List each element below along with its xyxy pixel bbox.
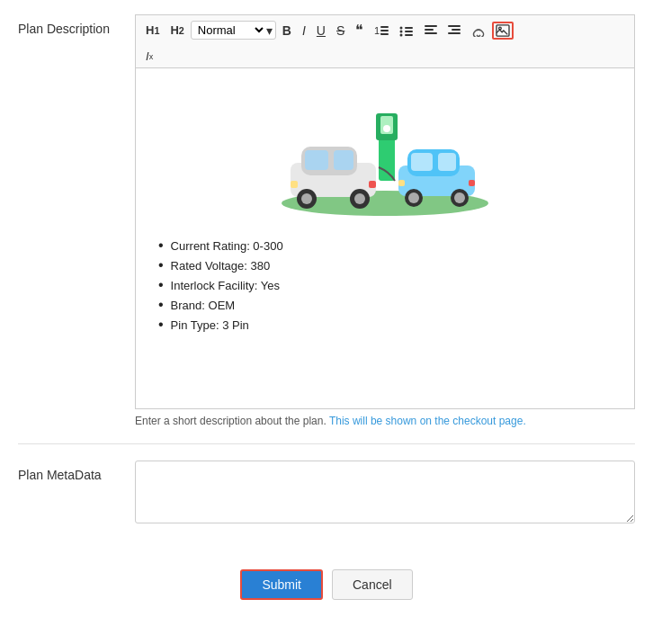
svg-point-6 [400,33,403,36]
editor-image-area [149,82,621,219]
svg-rect-10 [425,25,437,27]
svg-rect-1 [380,26,389,28]
blockquote-button[interactable]: ❝ [351,20,368,40]
unordered-list-button[interactable] [395,22,418,39]
align-left-button[interactable] [420,22,442,39]
svg-rect-9 [405,34,413,36]
h2-button[interactable]: H2 [165,22,188,39]
svg-rect-36 [438,153,456,171]
image-icon [496,24,510,37]
bullet-list: Current Rating: 0-300 Rated Voltage: 380… [149,237,621,333]
metadata-input[interactable] [135,461,635,523]
format-select[interactable]: Normal Heading 1 Heading 2 Heading 3 [194,22,266,38]
svg-point-40 [454,192,465,203]
buttons-row: Submit Cancel [18,560,635,600]
editor-toolbar-row1: H1 H2 Normal Heading 1 Heading 2 Heading… [135,14,635,45]
editor-toolbar-row2: Ix [135,45,635,67]
image-button[interactable] [492,22,514,40]
format-select-wrap[interactable]: Normal Heading 1 Heading 2 Heading 3 ▾ [191,21,276,40]
link-button[interactable] [467,22,490,39]
link-icon [471,24,486,37]
svg-rect-8 [405,31,413,32]
svg-rect-15 [448,32,461,34]
svg-point-4 [400,26,403,29]
bold-button[interactable]: B [278,22,296,40]
svg-rect-12 [425,32,437,34]
list-item: Pin Type: 3 Pin [158,317,621,333]
submit-button[interactable]: Submit [240,569,323,600]
plan-description-label: Plan Description [18,14,135,36]
ordered-list-icon: 1. [374,24,389,37]
plan-metadata-field [135,461,635,526]
align-left-icon [425,24,437,37]
svg-rect-42 [469,180,475,186]
plan-description-field: H1 H2 Normal Heading 1 Heading 2 Heading… [135,14,635,427]
svg-rect-3 [380,33,389,35]
ordered-list-button[interactable]: 1. [370,22,393,39]
italic-button[interactable]: I [298,22,310,40]
strikethrough-button[interactable]: S [332,22,349,40]
unordered-list-icon [399,24,414,37]
svg-point-22 [383,125,390,132]
svg-rect-31 [291,181,298,188]
editor-content[interactable]: Current Rating: 0-300 Rated Voltage: 380… [135,67,635,409]
plan-description-row: Plan Description H1 H2 Normal Heading 1 … [18,14,635,444]
svg-rect-26 [334,150,353,170]
h1-button[interactable]: H1 [141,22,164,39]
clear-format-sub: x [149,52,154,61]
plan-metadata-label: Plan MetaData [18,461,135,482]
svg-point-5 [400,30,403,32]
svg-rect-32 [369,181,376,188]
svg-rect-7 [405,27,413,29]
list-item: Brand: OEM [158,297,621,313]
ev-cars-image [273,82,497,217]
list-item: Interlock Facility: Yes [158,277,621,293]
svg-rect-25 [305,150,328,170]
svg-point-28 [301,193,312,204]
list-item: Current Rating: 0-300 [158,237,621,254]
align-right-button[interactable] [443,22,465,39]
svg-rect-2 [380,30,389,31]
clear-format-button[interactable]: Ix [141,48,157,65]
svg-rect-41 [398,180,405,186]
cancel-button[interactable]: Cancel [332,569,413,600]
align-right-icon [448,24,461,37]
svg-rect-14 [452,29,461,31]
svg-rect-35 [411,153,433,171]
page-container: Plan Description H1 H2 Normal Heading 1 … [0,0,653,614]
svg-rect-13 [448,25,461,27]
underline-button[interactable]: U [312,22,330,40]
plan-metadata-row: Plan MetaData [18,461,635,542]
svg-rect-11 [425,29,434,31]
list-item: Rated Voltage: 380 [158,257,621,273]
svg-point-30 [354,193,365,204]
svg-point-38 [408,192,419,203]
svg-point-17 [499,27,502,30]
helper-text: Enter a short description about the plan… [135,415,635,427]
helper-link: This will be shown on the checkout page. [329,415,526,427]
chevron-down-icon: ▾ [266,23,273,38]
